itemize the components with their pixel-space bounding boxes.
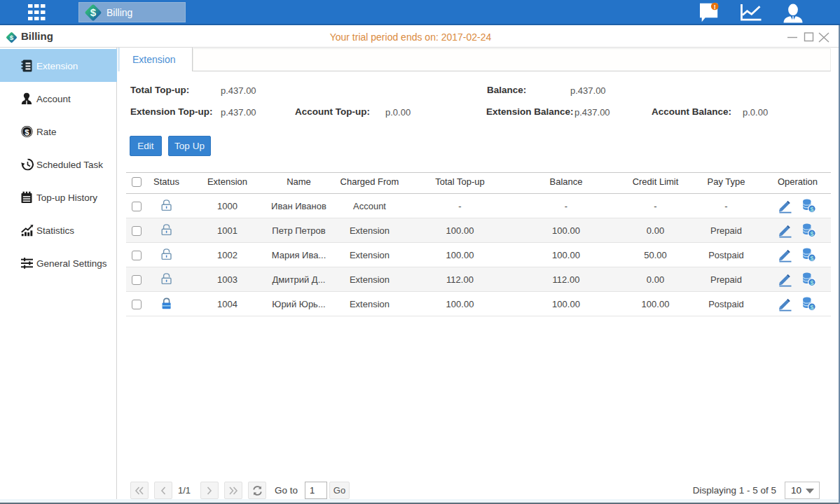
svg-text:$: $ <box>810 205 813 212</box>
svg-text:$: $ <box>810 279 813 286</box>
svg-text:$: $ <box>90 6 97 18</box>
svg-text:$: $ <box>810 303 813 310</box>
svg-text:!: ! <box>714 4 716 10</box>
svg-text:$: $ <box>810 230 813 237</box>
svg-text:$: $ <box>25 127 29 136</box>
svg-text:$: $ <box>810 254 813 261</box>
